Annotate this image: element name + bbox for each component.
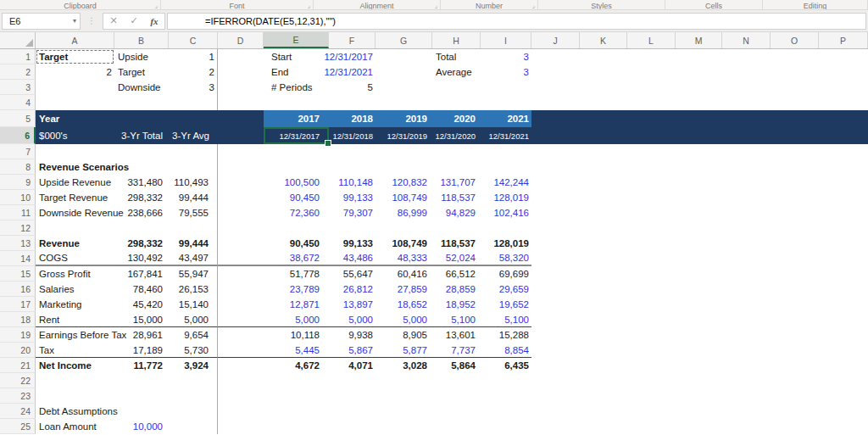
row-header-5[interactable]: 5 xyxy=(0,110,36,127)
cell-F14[interactable]: 43,486 xyxy=(329,251,376,266)
row-header-10[interactable]: 10 xyxy=(0,190,36,205)
cell-D9[interactable] xyxy=(218,175,264,190)
cell-I5[interactable]: 2021 xyxy=(481,110,531,127)
cell-N2[interactable] xyxy=(722,64,771,80)
cell-E5[interactable]: 2017 xyxy=(264,110,329,127)
cell-L22[interactable] xyxy=(627,373,676,388)
cell-N20[interactable] xyxy=(722,343,771,358)
cell-O18[interactable] xyxy=(771,312,819,327)
cell-A13[interactable]: Revenue xyxy=(36,236,114,251)
cell-D1[interactable] xyxy=(218,49,264,64)
cell-G15[interactable]: 60,416 xyxy=(376,266,432,282)
cell-P22[interactable] xyxy=(819,373,868,388)
cell-D3[interactable] xyxy=(218,80,264,95)
cell-L13[interactable] xyxy=(627,236,676,251)
cell-E6[interactable]: 12/31/2017 xyxy=(264,127,329,144)
cell-N9[interactable] xyxy=(722,175,771,190)
cell-B6[interactable]: 3-Yr Total xyxy=(114,127,169,144)
cell-E1[interactable]: Start xyxy=(264,49,329,64)
cell-K22[interactable] xyxy=(580,373,627,388)
cell-O12[interactable] xyxy=(771,220,819,236)
cell-E16[interactable]: 23,789 xyxy=(264,282,329,297)
cell-H20[interactable]: 7,737 xyxy=(432,343,481,358)
cell-M14[interactable] xyxy=(676,251,722,266)
insert-function-icon[interactable]: fx xyxy=(150,16,158,26)
cell-L6[interactable] xyxy=(627,127,676,144)
cell-N16[interactable] xyxy=(722,282,771,297)
cell-H13[interactable]: 118,537 xyxy=(432,236,481,251)
cell-P21[interactable] xyxy=(819,358,868,373)
cell-A19[interactable]: Earnings Before Tax xyxy=(36,327,114,343)
cell-K16[interactable] xyxy=(580,282,627,297)
cell-G8[interactable] xyxy=(376,159,432,175)
cell-B7[interactable] xyxy=(114,144,169,159)
cell-G9[interactable]: 120,832 xyxy=(376,175,432,190)
cell-N14[interactable] xyxy=(722,251,771,266)
cell-P2[interactable] xyxy=(819,64,868,80)
cell-K13[interactable] xyxy=(580,236,627,251)
cell-J9[interactable] xyxy=(531,175,580,190)
cell-J20[interactable] xyxy=(531,343,580,358)
cell-N23[interactable] xyxy=(722,388,771,404)
cell-C12[interactable] xyxy=(169,220,218,236)
cell-D15[interactable] xyxy=(218,266,264,282)
cell-B2[interactable]: Target xyxy=(114,64,169,80)
cell-I7[interactable] xyxy=(481,144,531,159)
cell-P12[interactable] xyxy=(819,220,868,236)
cell-A20[interactable]: Tax xyxy=(36,343,114,358)
cell-H23[interactable] xyxy=(432,388,481,404)
cell-E17[interactable]: 12,871 xyxy=(264,297,329,312)
cell-G7[interactable] xyxy=(376,144,432,159)
cell-O21[interactable] xyxy=(771,358,819,373)
column-header-J[interactable]: J xyxy=(531,32,580,48)
cell-O17[interactable] xyxy=(771,297,819,312)
cell-N21[interactable] xyxy=(722,358,771,373)
cell-C19[interactable]: 9,654 xyxy=(169,327,218,343)
cell-A12[interactable] xyxy=(36,220,114,236)
cell-E14[interactable]: 38,672 xyxy=(264,251,329,266)
cell-G1[interactable] xyxy=(376,49,432,64)
column-header-P[interactable]: P xyxy=(819,32,868,48)
cell-J21[interactable] xyxy=(531,358,580,373)
cell-K1[interactable] xyxy=(580,49,627,64)
cell-D14[interactable] xyxy=(218,251,264,266)
cell-D12[interactable] xyxy=(218,220,264,236)
cell-H16[interactable]: 28,859 xyxy=(432,282,481,297)
cell-N1[interactable] xyxy=(722,49,771,64)
cell-A16[interactable]: Salaries xyxy=(36,282,114,297)
column-header-K[interactable]: K xyxy=(580,32,627,48)
cell-G22[interactable] xyxy=(376,373,432,388)
cell-M18[interactable] xyxy=(676,312,722,327)
cell-H17[interactable]: 18,952 xyxy=(432,297,481,312)
cell-J10[interactable] xyxy=(531,190,580,205)
cell-L5[interactable] xyxy=(627,110,676,127)
cell-K7[interactable] xyxy=(580,144,627,159)
cell-P19[interactable] xyxy=(819,327,868,343)
cell-M10[interactable] xyxy=(676,190,722,205)
cell-J18[interactable] xyxy=(531,312,580,327)
cell-I14[interactable]: 58,320 xyxy=(481,251,531,266)
cell-P5[interactable] xyxy=(819,110,868,127)
cell-G6[interactable]: 12/31/2019 xyxy=(376,127,432,144)
cell-G20[interactable]: 5,877 xyxy=(376,343,432,358)
cell-A4[interactable] xyxy=(36,95,114,110)
cell-M15[interactable] xyxy=(676,266,722,282)
cell-F11[interactable]: 79,307 xyxy=(329,205,376,220)
cell-F25[interactable] xyxy=(329,419,376,434)
cell-K24[interactable] xyxy=(580,404,627,419)
cell-F21[interactable]: 4,071 xyxy=(329,358,376,373)
cell-B18[interactable]: 15,000 xyxy=(114,312,169,327)
cell-H15[interactable]: 66,512 xyxy=(432,266,481,282)
cell-I19[interactable]: 15,288 xyxy=(481,327,531,343)
cell-N8[interactable] xyxy=(722,159,771,175)
cell-M21[interactable] xyxy=(676,358,722,373)
cell-G17[interactable]: 18,652 xyxy=(376,297,432,312)
cell-N10[interactable] xyxy=(722,190,771,205)
cell-F8[interactable] xyxy=(329,159,376,175)
cell-A7[interactable] xyxy=(36,144,114,159)
cell-J7[interactable] xyxy=(531,144,580,159)
cell-D10[interactable] xyxy=(218,190,264,205)
cell-F18[interactable]: 5,000 xyxy=(329,312,376,327)
cell-M4[interactable] xyxy=(676,95,722,110)
cell-K20[interactable] xyxy=(580,343,627,358)
